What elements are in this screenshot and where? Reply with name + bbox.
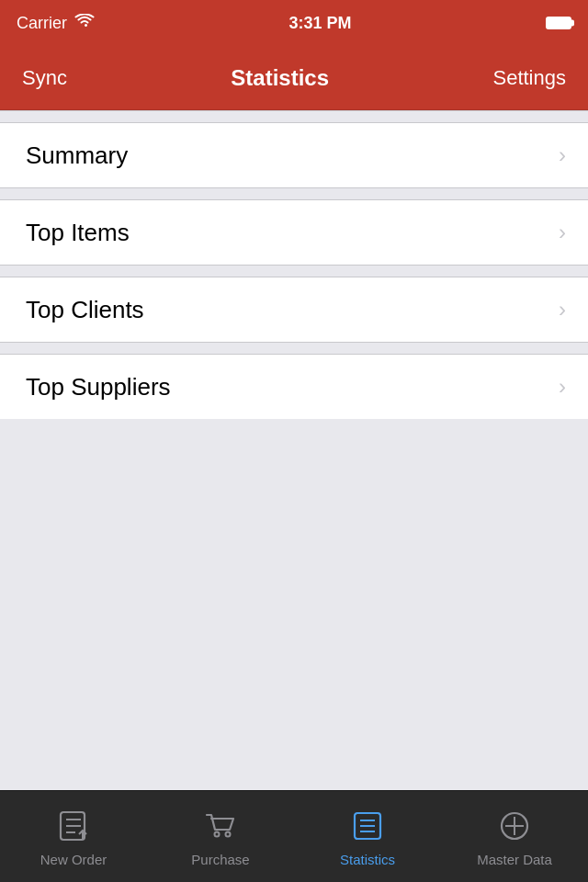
master-data-label: Master Data (477, 852, 552, 867)
nav-bar-title: Statistics (231, 65, 329, 91)
top-clients-chevron: › (559, 297, 566, 322)
purchase-icon (200, 806, 241, 846)
tab-statistics[interactable]: Statistics (303, 806, 432, 867)
separator-1 (0, 187, 588, 200)
status-bar-time: 3:31 PM (288, 14, 351, 33)
top-suppliers-chevron: › (559, 374, 566, 400)
menu-list: Summary › (0, 123, 588, 187)
status-bar: Carrier 3:31 PM (0, 0, 588, 46)
nav-bar: Sync Statistics Settings (0, 46, 588, 110)
top-separator (0, 110, 588, 123)
settings-button[interactable]: Settings (492, 66, 566, 90)
svg-point-5 (215, 832, 220, 837)
top-suppliers-container: Top Suppliers › (0, 355, 588, 419)
top-clients-container: Top Clients › (0, 277, 588, 342)
tab-purchase[interactable]: Purchase (156, 806, 285, 867)
statistics-label: Statistics (340, 852, 395, 867)
top-items-container: Top Items › (0, 200, 588, 265)
summary-item[interactable]: Summary › (0, 123, 588, 187)
top-suppliers-label: Top Suppliers (26, 373, 171, 401)
status-bar-right (546, 17, 571, 29)
top-clients-item[interactable]: Top Clients › (0, 277, 588, 342)
top-items-item[interactable]: Top Items › (0, 200, 588, 265)
sync-button[interactable]: Sync (22, 66, 67, 90)
separator-2 (0, 265, 588, 277)
tab-bar: New Order Purchase Statistics (0, 790, 588, 882)
master-data-icon (494, 806, 535, 846)
new-order-label: New Order (40, 852, 107, 867)
statistics-icon (347, 806, 388, 846)
top-items-chevron: › (559, 220, 566, 245)
carrier-label: Carrier (17, 14, 67, 33)
top-clients-label: Top Clients (26, 296, 144, 324)
battery-icon (546, 17, 571, 29)
top-items-label: Top Items (26, 219, 130, 247)
status-bar-left: Carrier (17, 14, 95, 33)
summary-label: Summary (26, 141, 128, 170)
new-order-icon (53, 806, 94, 846)
tab-new-order[interactable]: New Order (9, 806, 138, 867)
top-suppliers-item[interactable]: Top Suppliers › (0, 355, 588, 419)
summary-chevron: › (559, 142, 566, 168)
tab-master-data[interactable]: Master Data (450, 806, 579, 867)
wifi-icon (74, 14, 95, 33)
svg-point-6 (226, 832, 231, 837)
separator-3 (0, 342, 588, 355)
purchase-label: Purchase (191, 852, 249, 867)
